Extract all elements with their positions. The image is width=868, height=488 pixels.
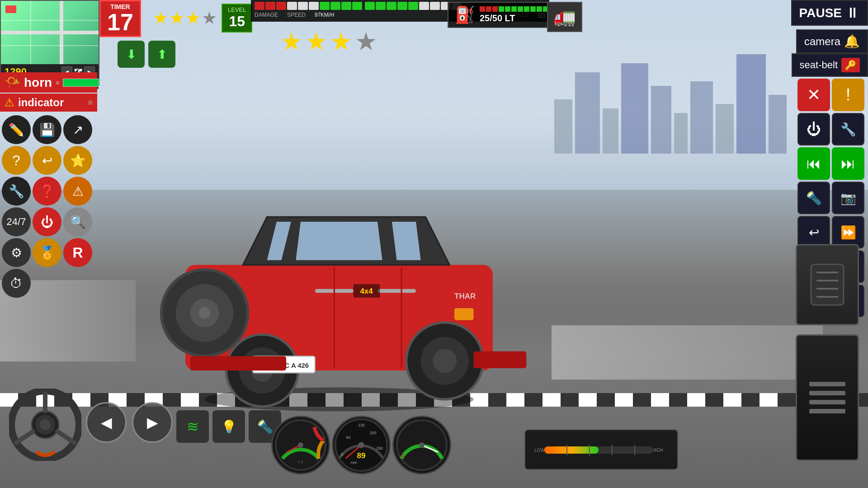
map-line-2	[30, 1, 31, 64]
nav-up-button[interactable]: ⬆	[148, 41, 175, 68]
big-star-2: ★	[305, 27, 327, 56]
low-beam-button[interactable]: 💡	[212, 410, 245, 443]
undo-button[interactable]: ↩	[33, 146, 61, 175]
g-seg-5	[408, 2, 418, 10]
brake-pedal[interactable]	[796, 244, 859, 325]
camera-label: camera	[804, 35, 840, 48]
f-seg-r3	[492, 6, 498, 12]
fuel-gauge: E F	[392, 416, 451, 474]
center-stars: ★ ★ ★ ★	[280, 27, 377, 56]
svg-text:F: F	[439, 454, 442, 459]
f-seg-r2	[486, 6, 491, 12]
level-value: 15	[228, 13, 246, 30]
svg-point-47	[419, 442, 425, 448]
rpm-gauge: 0 8	[271, 416, 330, 474]
big-star-3: ★	[330, 27, 352, 56]
skip-back-button[interactable]: ⏮	[797, 147, 830, 180]
f-seg-g4	[518, 6, 523, 12]
nav-down-button[interactable]: ⬇	[118, 41, 145, 68]
car-svg: MH 47 TC A 426 4x4 THAR	[147, 176, 531, 411]
right-row-1[interactable]: ✕ !	[797, 79, 866, 111]
wrench-button[interactable]: 🔧	[832, 113, 864, 145]
tools-button[interactable]: ⚙	[2, 238, 31, 267]
truck-icon-box[interactable]: 🚛	[547, 2, 582, 32]
hazard-light-button[interactable]: ≋	[176, 410, 209, 443]
g-seg-3	[387, 2, 396, 10]
record-button[interactable]: R	[63, 238, 92, 267]
left-control-panel: 📯 horn ≡ ⚠ indicator ≡ ✏️ 💾 ↗ ? ↩ ⭐ 🔧 ❓ …	[0, 72, 97, 300]
right-arrow-button[interactable]: ▶	[132, 402, 173, 443]
seatbelt-icon: 🔑	[841, 58, 860, 72]
edit-button[interactable]: ✏️	[2, 115, 31, 144]
star-1: ★	[153, 8, 168, 28]
power-button[interactable]: ⏻	[33, 207, 61, 236]
camera-box[interactable]: camera 🔔	[796, 29, 868, 53]
left-arrow-button[interactable]: ◀	[86, 402, 127, 443]
info-button[interactable]: ❓	[33, 177, 61, 206]
svg-rect-22	[190, 356, 287, 371]
power-off-button[interactable]: ⏻	[797, 113, 830, 145]
gauge-row-svg: LOW HIGH	[531, 434, 666, 465]
medal-button[interactable]: 🏅	[33, 238, 61, 267]
seatbelt-box[interactable]: seat-belt 🔑	[792, 53, 868, 77]
svg-text:THAR: THAR	[454, 292, 476, 300]
f-seg-g3	[511, 6, 517, 12]
map-display: 📍	[1, 1, 99, 64]
flashlight-button[interactable]: 🔦	[797, 182, 830, 214]
svg-text:4x4: 4x4	[360, 287, 373, 296]
big-star-1: ★	[280, 27, 302, 56]
dmg-seg-r3	[276, 2, 286, 10]
pause-box[interactable]: PAUSE ⏸	[791, 0, 868, 26]
svg-rect-21	[454, 308, 474, 320]
timer-value: 17	[107, 10, 133, 34]
photo-button[interactable]: 📷	[832, 182, 864, 214]
help-button[interactable]: ?	[2, 146, 31, 175]
svg-text:0: 0	[341, 452, 343, 457]
dmg-seg-r2	[265, 2, 275, 10]
save-button[interactable]: 💾	[33, 115, 61, 144]
pause-icon: ⏸	[845, 5, 860, 21]
right-row-2[interactable]: ⏻ 🔧	[797, 113, 866, 145]
settings-button[interactable]: 🔧	[2, 177, 31, 206]
car-display: MH 47 TC A 426 4x4 THAR	[136, 163, 542, 425]
f-seg-g7	[537, 6, 542, 12]
g-seg-4	[397, 2, 407, 10]
svg-point-43	[358, 442, 364, 448]
bridge-rail-right	[552, 325, 823, 380]
right-row-3[interactable]: ⏮ ⏭	[797, 147, 866, 180]
level-label: LEVEL	[228, 6, 246, 13]
pedal-line-4	[809, 409, 845, 413]
gas-pedal[interactable]	[796, 334, 859, 461]
svg-point-33	[298, 442, 303, 448]
close-button[interactable]: ✕	[797, 79, 830, 111]
alert-button[interactable]: !	[832, 79, 864, 111]
g-seg-w2	[430, 2, 440, 10]
horn-label: horn	[24, 75, 52, 90]
truck-icon: 🚛	[553, 6, 576, 28]
speedometer-button[interactable]: ⏱	[2, 269, 31, 298]
dmg-seg-g3	[341, 2, 351, 10]
svg-point-5	[199, 307, 211, 319]
warning-button[interactable]: ⚠	[63, 177, 92, 206]
dmg-seg-g4	[352, 2, 362, 10]
time24-button[interactable]: 24/7	[2, 207, 31, 236]
svg-line-28	[57, 432, 75, 443]
horn-progress-bar	[63, 79, 99, 87]
favorite-button[interactable]: ⭐	[63, 146, 92, 175]
zoom-button[interactable]: 🔍	[63, 207, 92, 236]
navigation-arrows[interactable]: ⬇ ⬆	[118, 41, 175, 68]
speed-gauge-svg: 0 60 130 200 260 mph 89	[332, 417, 391, 473]
right-row-4[interactable]: 🔦 📷	[797, 182, 866, 214]
horn-control[interactable]: 📯 horn ≡	[0, 72, 97, 93]
fuel-text: 25/50 LT	[480, 13, 555, 23]
skip-forward-button[interactable]: ⏭	[832, 147, 864, 180]
steering-wheel[interactable]	[9, 389, 81, 461]
share-button[interactable]: ↗	[63, 115, 92, 144]
direction-arrows[interactable]: ◀ ▶	[86, 402, 173, 443]
map-road-horizontal	[1, 31, 99, 34]
f-seg-g5	[524, 6, 529, 12]
indicator-lines: ≡	[88, 98, 93, 108]
svg-text:130: 130	[358, 423, 365, 427]
light-controls[interactable]: ≋ 💡 🔦	[176, 410, 281, 443]
indicator-control[interactable]: ⚠ indicator ≡	[0, 94, 97, 112]
